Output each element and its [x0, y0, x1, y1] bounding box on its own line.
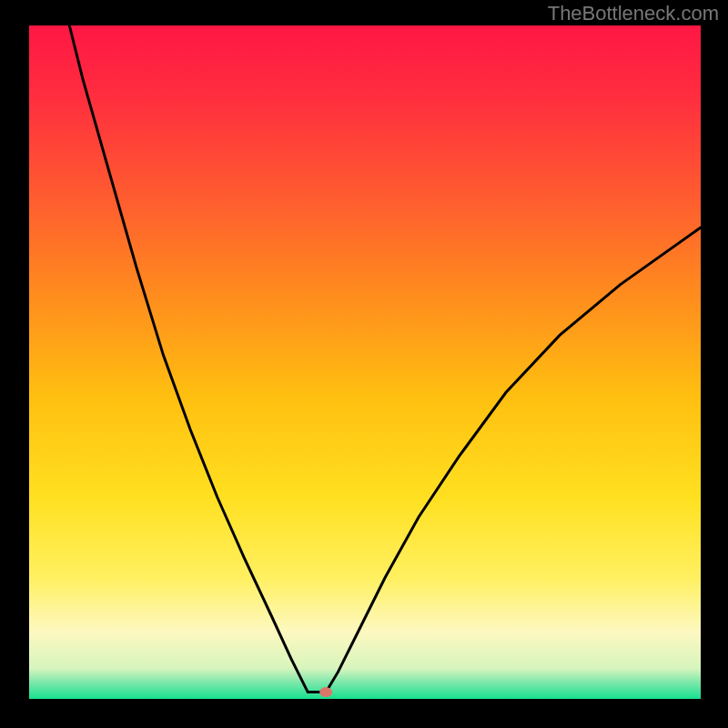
bottleneck-chart: TheBottleneck.com: [0, 0, 728, 728]
chart-svg: [0, 0, 728, 728]
chart-background: [29, 25, 701, 699]
optimal-point-marker: [319, 687, 332, 697]
watermark-text: TheBottleneck.com: [548, 2, 719, 25]
